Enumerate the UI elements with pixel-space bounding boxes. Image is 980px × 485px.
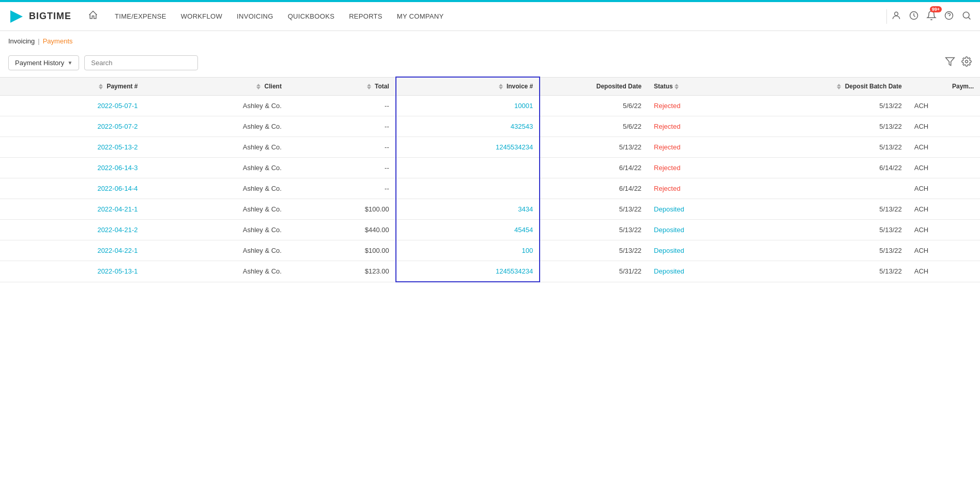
breadcrumb-invoicing[interactable]: Invoicing [8, 37, 35, 45]
table-row: 2022-05-07-1 Ashley & Co. -- 10001 5/6/2… [0, 96, 980, 116]
table-row: 2022-04-22-1 Ashley & Co. $100.00 100 5/… [0, 240, 980, 261]
cell-payment-type: ACH [908, 116, 980, 137]
cell-client: Ashley & Co. [144, 261, 287, 282]
search-input[interactable] [84, 55, 198, 70]
col-header-status[interactable]: Status [648, 77, 774, 96]
cell-invoice-num[interactable]: 10001 [396, 96, 540, 116]
cell-invoice-num[interactable]: 100 [396, 240, 540, 261]
nav-divider [886, 9, 887, 24]
cell-invoice-num[interactable]: 432543 [396, 116, 540, 137]
svg-point-4 [945, 11, 953, 19]
cell-payment-type: ACH [908, 261, 980, 282]
cell-status[interactable]: Deposited [648, 220, 774, 240]
cell-total: $440.00 [288, 220, 396, 240]
cell-deposit-batch-date: 6/14/22 [774, 158, 908, 178]
cell-client: Ashley & Co. [144, 220, 287, 240]
cell-payment-num[interactable]: 2022-04-21-2 [0, 220, 144, 240]
cell-payment-num[interactable]: 2022-06-14-4 [0, 178, 144, 199]
cell-invoice-num[interactable] [396, 178, 540, 199]
svg-point-8 [966, 60, 968, 63]
cell-invoice-num[interactable]: 45454 [396, 220, 540, 240]
cell-payment-num[interactable]: 2022-04-21-1 [0, 199, 144, 220]
cell-client: Ashley & Co. [144, 178, 287, 199]
cell-client: Ashley & Co. [144, 116, 287, 137]
sort-icon-client [256, 84, 261, 89]
settings-icon[interactable] [961, 56, 972, 69]
cell-deposited-date: 5/31/22 [540, 261, 648, 282]
cell-deposited-date: 5/13/22 [540, 199, 648, 220]
cell-deposit-batch-date: 5/13/22 [774, 220, 908, 240]
cell-deposit-batch-date: 5/13/22 [774, 116, 908, 137]
clock-icon[interactable] [909, 10, 919, 23]
sort-icon-status [675, 84, 679, 89]
cell-status[interactable]: Deposited [648, 261, 774, 282]
cell-payment-num[interactable]: 2022-05-13-2 [0, 137, 144, 158]
notifications-icon[interactable]: 99+ [926, 10, 937, 23]
cell-total: -- [288, 96, 396, 116]
nav-invoicing[interactable]: INVOICING [237, 12, 273, 20]
cell-deposit-batch-date: 5/13/22 [774, 240, 908, 261]
payments-table: Payment # Client Total [0, 77, 980, 282]
nav-my-company[interactable]: MY COMPANY [397, 12, 444, 20]
toolbar: Payment History ▼ [0, 51, 980, 77]
cell-invoice-num[interactable]: 1245534234 [396, 137, 540, 158]
cell-payment-num[interactable]: 2022-05-07-1 [0, 96, 144, 116]
cell-deposited-date: 5/13/22 [540, 220, 648, 240]
cell-client: Ashley & Co. [144, 96, 287, 116]
help-icon[interactable] [944, 10, 954, 23]
col-header-payment-num[interactable]: Payment # [0, 77, 144, 96]
cell-payment-type: ACH [908, 137, 980, 158]
svg-point-2 [895, 12, 898, 16]
table-row: 2022-05-07-2 Ashley & Co. -- 432543 5/6/… [0, 116, 980, 137]
table-row: 2022-05-13-1 Ashley & Co. $123.00 124553… [0, 261, 980, 282]
sort-icon-total [367, 84, 371, 89]
nav-items: TIME/EXPENSE WORKFLOW INVOICING QUICKBOO… [115, 12, 882, 20]
col-header-deposit-batch-date[interactable]: Deposit Batch Date [774, 77, 908, 96]
col-header-total[interactable]: Total [288, 77, 396, 96]
cell-status[interactable]: Deposited [648, 199, 774, 220]
cell-payment-num[interactable]: 2022-05-13-1 [0, 261, 144, 282]
cell-status[interactable]: Deposited [648, 240, 774, 261]
cell-payment-type: ACH [908, 158, 980, 178]
col-header-deposited-date[interactable]: Deposited Date [540, 77, 648, 96]
user-icon[interactable] [891, 10, 901, 23]
cell-payment-type: ACH [908, 199, 980, 220]
dropdown-label: Payment History [15, 59, 64, 67]
home-icon[interactable] [88, 10, 98, 23]
breadcrumb: Invoicing | Payments [0, 31, 980, 51]
cell-status: Rejected [648, 116, 774, 137]
sort-icon-payment [99, 84, 103, 89]
logo-area[interactable]: BIGTIME [8, 8, 71, 25]
cell-payment-num[interactable]: 2022-04-22-1 [0, 240, 144, 261]
cell-invoice-num[interactable]: 3434 [396, 199, 540, 220]
cell-invoice-num[interactable] [396, 158, 540, 178]
payments-table-wrapper: Payment # Client Total [0, 77, 980, 282]
search-nav-icon[interactable] [961, 10, 972, 23]
breadcrumb-payments: Payments [43, 37, 73, 45]
payment-history-dropdown[interactable]: Payment History ▼ [8, 55, 79, 70]
sort-icon-invoice [499, 84, 503, 89]
cell-payment-type: ACH [908, 240, 980, 261]
cell-total: -- [288, 116, 396, 137]
col-header-payment-type[interactable]: Paym... [908, 77, 980, 96]
nav-time-expense[interactable]: TIME/EXPENSE [115, 12, 166, 20]
nav-quickbooks[interactable]: QUICKBOOKS [288, 12, 334, 20]
cell-total: -- [288, 158, 396, 178]
cell-payment-num[interactable]: 2022-05-07-2 [0, 116, 144, 137]
cell-client: Ashley & Co. [144, 240, 287, 261]
nav-reports[interactable]: REPORTS [349, 12, 382, 20]
cell-deposit-batch-date: 5/13/22 [774, 199, 908, 220]
col-header-invoice-num[interactable]: Invoice # [396, 77, 540, 96]
toolbar-right [945, 56, 972, 69]
col-header-client[interactable]: Client [144, 77, 287, 96]
filter-icon[interactable] [945, 56, 955, 69]
cell-payment-type: ACH [908, 178, 980, 199]
nav-header: BIGTIME TIME/EXPENSE WORKFLOW INVOICING … [0, 2, 980, 31]
cell-payment-num[interactable]: 2022-06-14-3 [0, 158, 144, 178]
nav-workflow[interactable]: WORKFLOW [181, 12, 222, 20]
cell-deposit-batch-date: 5/13/22 [774, 261, 908, 282]
cell-client: Ashley & Co. [144, 199, 287, 220]
cell-client: Ashley & Co. [144, 137, 287, 158]
cell-total: -- [288, 178, 396, 199]
cell-invoice-num[interactable]: 1245534234 [396, 261, 540, 282]
